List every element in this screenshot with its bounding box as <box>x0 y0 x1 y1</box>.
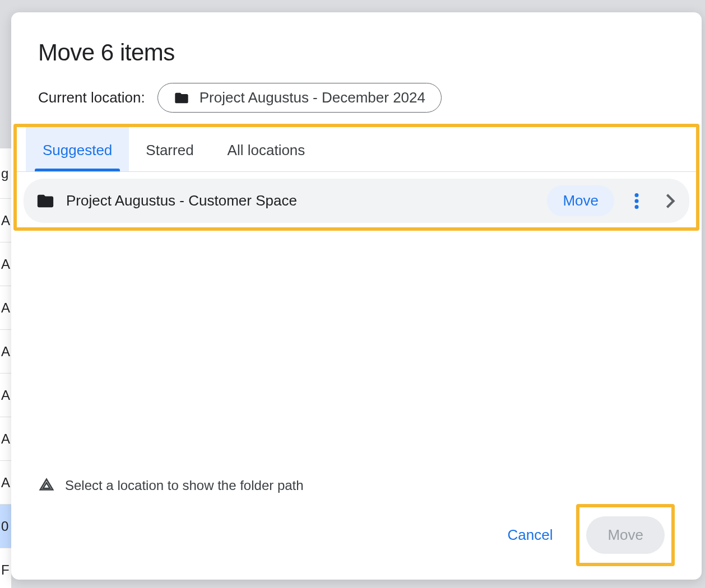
suggested-highlight: Suggested Starred All locations Project … <box>13 124 699 231</box>
folder-icon <box>174 90 189 106</box>
move-button-highlight: Move <box>576 504 675 566</box>
tab-suggested[interactable]: Suggested <box>26 127 129 171</box>
bg-cell: A <box>0 330 11 374</box>
dialog-title: Move 6 items <box>38 39 675 66</box>
dialog-body <box>11 231 702 477</box>
move-here-button[interactable]: Move <box>547 185 614 216</box>
folder-path-text: Select a location to show the folder pat… <box>65 478 304 493</box>
folder-icon <box>36 192 55 211</box>
current-location-name: Project Augustus - December 2024 <box>200 89 425 106</box>
tab-starred[interactable]: Starred <box>129 127 210 171</box>
drive-icon <box>38 477 55 494</box>
svg-point-2 <box>635 205 639 209</box>
current-location-row: Current location: Project Augustus - Dec… <box>38 83 675 113</box>
cancel-button[interactable]: Cancel <box>497 519 563 552</box>
bg-cell: F <box>0 548 11 588</box>
current-location-label: Current location: <box>38 89 145 106</box>
folder-path-hint: Select a location to show the folder pat… <box>11 477 702 494</box>
current-location-chip[interactable]: Project Augustus - December 2024 <box>157 83 442 113</box>
chevron-right-icon[interactable] <box>659 190 681 212</box>
svg-point-1 <box>635 199 639 203</box>
svg-point-0 <box>635 193 639 197</box>
dialog-header: Move 6 items Current location: Project A… <box>11 12 702 124</box>
bg-cell: A <box>0 199 11 242</box>
bg-cell: A <box>0 417 11 461</box>
bg-cell: A <box>0 242 11 286</box>
folder-name: Project Augustus - Customer Space <box>66 192 536 209</box>
bg-cell: A <box>0 374 11 417</box>
bg-cell: A <box>0 286 11 330</box>
move-button[interactable]: Move <box>586 516 665 554</box>
location-tabs: Suggested Starred All locations <box>17 127 696 172</box>
dialog-actions: Cancel Move <box>11 494 702 580</box>
more-options-icon[interactable] <box>625 190 648 212</box>
tab-all-locations[interactable]: All locations <box>211 127 322 171</box>
bg-cell: A <box>0 461 11 505</box>
move-dialog: Move 6 items Current location: Project A… <box>11 12 702 580</box>
bg-cell: 0 <box>0 505 11 548</box>
bg-cell: g <box>0 148 11 199</box>
background-spreadsheet: g A A A A A A A 0 F <box>0 148 11 588</box>
folder-row[interactable]: Project Augustus - Customer Space Move <box>24 179 689 223</box>
